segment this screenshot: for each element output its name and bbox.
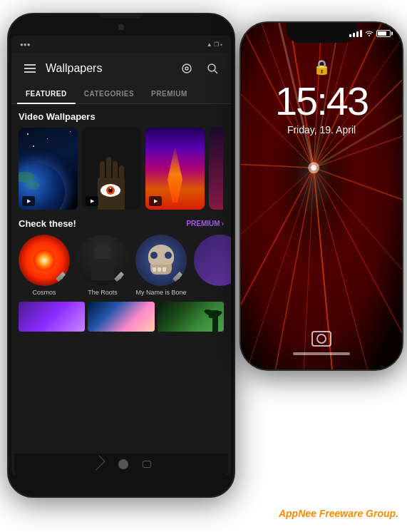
svg-line-16: [314, 168, 402, 200]
premium-link[interactable]: PREMIUM ›: [186, 220, 224, 227]
svg-rect-0: [24, 64, 36, 66]
app-content: Video Wallpapers: [11, 104, 231, 339]
recents-button[interactable]: [143, 461, 151, 468]
signal-indicator: [349, 30, 362, 37]
android-nav-bar: [14, 454, 228, 475]
android-screen: ●●● ▲ ❐ ▪ Wallpapers: [11, 36, 231, 475]
menu-icon[interactable]: [20, 58, 40, 78]
svg-line-24: [241, 168, 314, 305]
sig-bar-2: [353, 33, 355, 37]
settings-icon[interactable]: [177, 58, 197, 78]
lock-icon: 🔒: [313, 58, 331, 76]
video-wallpapers-row: [19, 128, 224, 210]
svg-point-4: [185, 67, 188, 70]
svg-line-6: [215, 71, 217, 73]
circle-items-row: ♦ Cosmos ♦: [19, 235, 224, 296]
circle-item-cosmos[interactable]: ♦ Cosmos: [19, 235, 70, 296]
svg-point-3: [182, 64, 191, 73]
tab-premium[interactable]: PREMIUM: [143, 84, 196, 103]
circle-item-bone[interactable]: ♦ My Name is Bone: [135, 235, 187, 296]
iphone: 🔒 15:43 Friday, 19. April: [239, 21, 403, 371]
video-thumb-3[interactable]: [145, 128, 205, 210]
video-thumb-4-partial: [209, 128, 223, 210]
tab-categories[interactable]: CATEGORIES: [76, 84, 143, 103]
iphone-bottom-controls: [293, 331, 350, 355]
svg-line-26: [241, 164, 314, 168]
home-button[interactable]: [118, 459, 128, 469]
svg-rect-2: [24, 71, 36, 73]
sig-bar-1: [349, 34, 351, 37]
play-badge-3: [149, 196, 162, 206]
iphone-status-bar: [241, 30, 402, 37]
tab-featured[interactable]: FEATURED: [17, 84, 76, 103]
battery-indicator: [376, 30, 391, 37]
strip-item-1[interactable]: [19, 302, 85, 332]
strip-item-3[interactable]: [158, 302, 224, 332]
wifi-icon: [365, 30, 373, 37]
bone-label: My Name is Bone: [135, 289, 186, 296]
sig-bar-3: [356, 31, 359, 37]
back-button[interactable]: [90, 455, 105, 470]
lock-time: 15:43: [275, 81, 368, 121]
bone-thumb: ♦: [135, 235, 187, 286]
app-title: Wallpapers: [46, 62, 171, 75]
section-check-title: Check these!: [19, 218, 76, 229]
lock-screen-content: 🔒 15:43 Friday, 19. April: [241, 58, 402, 135]
camera-icon: [311, 331, 331, 347]
lock-date: Friday, 19. April: [287, 124, 356, 135]
circle-item-4-partial: [194, 235, 231, 296]
svg-point-5: [208, 64, 215, 71]
video-thumb-1[interactable]: [19, 128, 78, 210]
svg-point-33: [312, 166, 315, 169]
sig-bar-4: [360, 30, 362, 37]
home-bar: [293, 352, 350, 355]
tab-bar: FEATURED CATEGORIES PREMIUM: [11, 84, 231, 104]
cosmos-label: Cosmos: [32, 289, 56, 296]
front-camera: [118, 24, 124, 30]
branding-text: AppNee Freeware Group.: [279, 508, 398, 519]
roots-label: The Roots: [88, 289, 118, 296]
bottom-wallpaper-strip: [19, 302, 224, 332]
check-section-header: Check these! PREMIUM ›: [19, 218, 224, 229]
search-icon[interactable]: [202, 58, 222, 78]
battery-fill: [378, 31, 386, 36]
android-phone: ●●● ▲ ❐ ▪ Wallpapers: [7, 13, 235, 498]
section-video-title: Video Wallpapers: [19, 111, 224, 122]
svg-rect-1: [24, 68, 36, 69]
play-badge-2: [86, 196, 98, 206]
cosmos-thumb: ♦: [19, 235, 70, 286]
status-bar: ●●● ▲ ❐ ▪: [11, 36, 231, 53]
video-thumb-2[interactable]: [82, 128, 141, 210]
iphone-screen: 🔒 15:43 Friday, 19. April: [241, 23, 402, 369]
status-icons: ▲ ❐ ▪: [207, 41, 222, 48]
play-badge-1: [22, 196, 35, 206]
status-time: ●●●: [20, 41, 31, 48]
circle-item-roots[interactable]: ♦ The Roots: [77, 235, 128, 296]
app-header: Wallpapers: [11, 53, 231, 84]
roots-thumb: ♦: [77, 235, 128, 286]
strip-item-2[interactable]: [88, 302, 154, 332]
